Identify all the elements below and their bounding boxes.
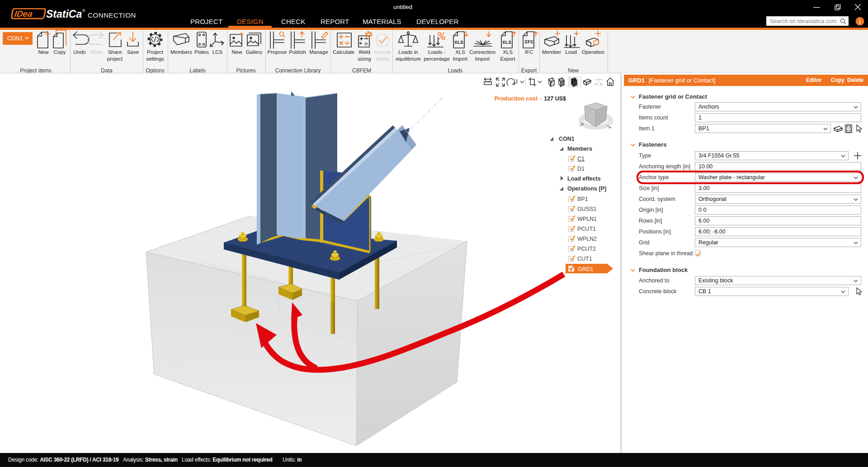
- svg-text:XLS: XLS: [502, 40, 511, 45]
- svg-text:IFC: IFC: [524, 39, 533, 45]
- svg-text:StatiCa: StatiCa: [46, 8, 82, 20]
- svg-text:CONNECTION: CONNECTION: [88, 11, 136, 19]
- svg-text:XLS: XLS: [454, 40, 463, 45]
- svg-text:i: i: [859, 18, 861, 25]
- svg-text:GRD1: GRD1: [578, 266, 594, 272]
- svg-text:IDea: IDea: [14, 9, 33, 19]
- svg-text:®: ®: [82, 9, 85, 13]
